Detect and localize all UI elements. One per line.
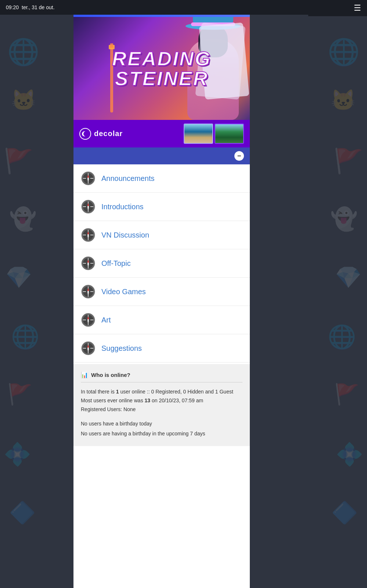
svg-point-59	[87, 348, 89, 349]
main-content: READING STEINER decolar	[73, 15, 250, 588]
forum-list: Announcements Introductions	[73, 164, 250, 363]
forum-item-announcements[interactable]: Announcements	[73, 164, 250, 193]
forum-icon-announcements	[81, 171, 96, 186]
svg-point-14	[87, 206, 89, 207]
svg-point-32	[87, 263, 89, 264]
birthday-line2: No users are having a birthday in the up…	[81, 429, 242, 439]
forum-item-off-topic[interactable]: Off-Topic	[73, 249, 250, 278]
stats-line1-pre: In total there is	[81, 389, 116, 395]
ad-thumbnails	[184, 124, 244, 144]
date-display: ter., 31 de out.	[22, 4, 55, 10]
online-stats: In total there is 1 user online :: 0 Reg…	[81, 388, 242, 414]
hamburger-menu-icon[interactable]: ☰	[354, 3, 361, 13]
forum-label-suggestions: Suggestions	[101, 344, 142, 353]
forum-item-art[interactable]: Art	[73, 306, 250, 334]
svg-point-2	[83, 131, 89, 136]
forum-icon-off-topic	[81, 256, 96, 271]
brand-name: decolar	[94, 129, 123, 138]
svg-point-5	[87, 178, 89, 179]
menu-bar: ☰	[308, 0, 367, 16]
status-bar-left: 09:20 ter., 31 de out.	[6, 4, 55, 10]
birthday-section: No users have a birthday today No users …	[81, 419, 242, 438]
online-header-text: Who is online?	[91, 372, 130, 378]
forum-label-vn-discussion: VN Discussion	[101, 231, 149, 239]
svg-point-50	[87, 319, 89, 321]
online-section: 📊 Who is online? In total there is 1 use…	[73, 364, 250, 446]
ad-thumb-1[interactable]	[184, 124, 213, 144]
banner-title-line1: READING	[112, 47, 211, 70]
svg-point-23	[87, 234, 89, 236]
stats-line2-pre: Most users ever online was	[81, 398, 145, 403]
stats-max: 13	[145, 398, 151, 403]
forum-icon-vn-discussion	[81, 228, 96, 242]
banner-title-line2: STEINER	[115, 67, 208, 89]
forum-icon-art	[81, 313, 96, 327]
decolar-icon	[79, 128, 91, 140]
collapse-button[interactable]: −	[234, 151, 244, 161]
chart-icon: 📊	[81, 371, 88, 378]
forum-icon-introductions	[81, 199, 96, 214]
forum-label-video-games: Video Games	[101, 288, 146, 296]
ad-thumb-2[interactable]	[215, 124, 244, 144]
forum-item-video-games[interactable]: Video Games	[73, 278, 250, 306]
online-header: 📊 Who is online?	[81, 371, 242, 382]
stats-registered: Registered Users: None	[81, 406, 136, 412]
time-display: 09:20	[6, 4, 19, 10]
forum-icon-suggestions	[81, 341, 96, 356]
collapse-bar: −	[73, 147, 250, 164]
forum-label-introductions: Introductions	[101, 203, 144, 211]
svg-point-41	[87, 291, 89, 292]
stats-count: 1	[116, 389, 119, 395]
forum-item-vn-discussion[interactable]: VN Discussion	[73, 221, 250, 249]
birthday-line1: No users have a birthday today	[81, 419, 242, 429]
stats-line2-post: on 20/10/23, 07:59 am	[150, 398, 203, 403]
forum-label-announcements: Announcements	[101, 174, 155, 183]
forum-icon-video-games	[81, 284, 96, 299]
forum-item-introductions[interactable]: Introductions	[73, 193, 250, 221]
stats-line1-post: user online :: 0 Registered, 0 Hidden an…	[119, 389, 233, 395]
banner-title: READING STEINER	[112, 49, 211, 88]
forum-label-off-topic: Off-Topic	[101, 259, 131, 268]
ad-banner[interactable]: decolar	[73, 120, 250, 147]
banner-area: READING STEINER	[73, 17, 250, 120]
decolar-logo: decolar	[79, 128, 123, 140]
forum-item-suggestions[interactable]: Suggestions	[73, 334, 250, 363]
forum-label-art: Art	[101, 316, 111, 324]
